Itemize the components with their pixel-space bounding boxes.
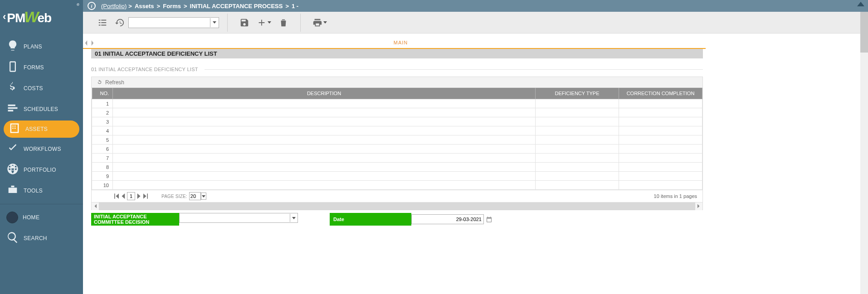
history-icon[interactable] <box>115 18 125 28</box>
info-icon[interactable]: i <box>88 2 96 10</box>
sidebar-item-portfolio[interactable]: PORTFOLIO <box>0 159 83 180</box>
cell-no[interactable]: 7 <box>92 154 113 163</box>
col-description[interactable]: DESCRIPTION <box>113 88 536 99</box>
cell-description[interactable] <box>113 108 536 117</box>
table-row[interactable]: 3 <box>92 117 702 126</box>
scroll-left-icon[interactable] <box>92 202 99 210</box>
table-row[interactable]: 1 <box>92 99 702 108</box>
date-field[interactable] <box>411 213 493 226</box>
table-row[interactable]: 2 <box>92 108 702 117</box>
col-no[interactable]: NO. <box>92 88 113 99</box>
cell-correction[interactable] <box>619 99 702 108</box>
pager-next-icon[interactable] <box>137 193 141 199</box>
cell-description[interactable] <box>113 145 536 154</box>
cell-description[interactable] <box>113 181 536 190</box>
tab-main[interactable]: MAIN <box>96 40 706 48</box>
decision-field[interactable] <box>179 213 298 226</box>
cell-description[interactable] <box>113 135 536 145</box>
table-row[interactable]: 9 <box>92 172 702 181</box>
pager-page-input[interactable] <box>127 192 135 200</box>
sidebar-item-costs[interactable]: COSTS <box>0 78 83 99</box>
cell-correction[interactable] <box>619 181 702 190</box>
cell-no[interactable]: 1 <box>92 99 113 108</box>
col-correction-completion[interactable]: CORRECTION COMPLETION <box>619 88 702 99</box>
scroll-thumb[interactable] <box>860 12 868 53</box>
table-row[interactable]: 7 <box>92 154 702 163</box>
cell-correction[interactable] <box>619 145 702 154</box>
back-chevron-icon[interactable]: ‹ <box>3 11 6 23</box>
add-icon[interactable] <box>257 18 267 28</box>
sidebar-item-workflows[interactable]: WORKFLOWS <box>0 139 83 159</box>
cell-type[interactable] <box>536 108 619 117</box>
cell-correction[interactable] <box>619 154 702 163</box>
cell-type[interactable] <box>536 135 619 145</box>
delete-icon[interactable] <box>278 18 288 28</box>
cell-no[interactable]: 9 <box>92 172 113 181</box>
sidebar-item-schedules[interactable]: SCHEDULES <box>0 99 83 120</box>
sidebar-item-plans[interactable]: PLANS <box>0 36 83 57</box>
cell-correction[interactable] <box>619 126 702 135</box>
cell-description[interactable] <box>113 126 536 135</box>
cell-no[interactable]: 6 <box>92 145 113 154</box>
cell-description[interactable] <box>113 117 536 126</box>
cell-description[interactable] <box>113 172 536 181</box>
cell-type[interactable] <box>536 117 619 126</box>
cell-type[interactable] <box>536 145 619 154</box>
sidebar-item-search[interactable]: SEARCH <box>0 228 83 249</box>
collapse-up-icon[interactable] <box>857 2 864 6</box>
cell-correction[interactable] <box>619 135 702 145</box>
tab-prev-icon[interactable] <box>83 38 89 48</box>
pager-size-input[interactable] <box>189 192 201 200</box>
cell-type[interactable] <box>536 126 619 135</box>
cell-type[interactable] <box>536 181 619 190</box>
cell-correction[interactable] <box>619 108 702 117</box>
add-dropdown-icon[interactable] <box>268 21 271 24</box>
scroll-right-icon[interactable] <box>695 202 702 210</box>
page-vertical-scrollbar[interactable] <box>860 12 868 294</box>
dropdown-icon[interactable] <box>290 214 297 222</box>
table-row[interactable]: 8 <box>92 163 702 172</box>
decision-input[interactable] <box>179 213 298 223</box>
breadcrumb-assets[interactable]: Assets <box>135 3 154 10</box>
dropdown-icon[interactable] <box>201 193 206 200</box>
scroll-track[interactable] <box>99 202 695 210</box>
table-row[interactable]: 5 <box>92 135 702 145</box>
pager-size-select[interactable] <box>189 192 201 200</box>
cell-no[interactable]: 5 <box>92 135 113 145</box>
cell-no[interactable]: 10 <box>92 181 113 190</box>
toolbar-select[interactable] <box>128 17 219 28</box>
cell-description[interactable] <box>113 163 536 172</box>
cell-no[interactable]: 4 <box>92 126 113 135</box>
save-icon[interactable] <box>239 18 249 28</box>
dropdown-icon[interactable] <box>210 18 218 27</box>
cell-correction[interactable] <box>619 117 702 126</box>
cell-type[interactable] <box>536 154 619 163</box>
cell-type[interactable] <box>536 163 619 172</box>
cell-no[interactable]: 2 <box>92 108 113 117</box>
grid-horizontal-scrollbar[interactable] <box>92 202 702 210</box>
cell-description[interactable] <box>113 99 536 108</box>
col-deficiency-type[interactable]: DEFICIENCY TYPE <box>536 88 619 99</box>
table-row[interactable]: 10 <box>92 181 702 190</box>
cell-type[interactable] <box>536 99 619 108</box>
toolbar-select-input[interactable] <box>128 17 219 28</box>
pager-prev-icon[interactable] <box>121 193 125 199</box>
refresh-button[interactable]: Refresh <box>96 79 124 86</box>
pager-first-icon[interactable] <box>114 193 119 199</box>
cell-description[interactable] <box>113 154 536 163</box>
breadcrumb-forms[interactable]: Forms <box>163 3 181 10</box>
sidebar-item-home[interactable]: HOME <box>0 207 83 228</box>
cell-correction[interactable] <box>619 163 702 172</box>
cell-no[interactable]: 8 <box>92 163 113 172</box>
sidebar-item-forms[interactable]: FORMS <box>0 57 83 78</box>
sidebar-item-assets[interactable]: ASSETS <box>4 120 79 138</box>
breadcrumb-process[interactable]: INITIAL ACCEPTANCE PROCESS <box>190 3 283 10</box>
tab-next-icon[interactable] <box>89 38 96 48</box>
table-row[interactable]: 4 <box>92 126 702 135</box>
cell-correction[interactable] <box>619 172 702 181</box>
calendar-icon[interactable] <box>486 216 493 223</box>
print-icon[interactable] <box>312 18 322 28</box>
print-dropdown-icon[interactable] <box>323 21 327 24</box>
outline-list-icon[interactable] <box>98 18 107 28</box>
cell-type[interactable] <box>536 172 619 181</box>
